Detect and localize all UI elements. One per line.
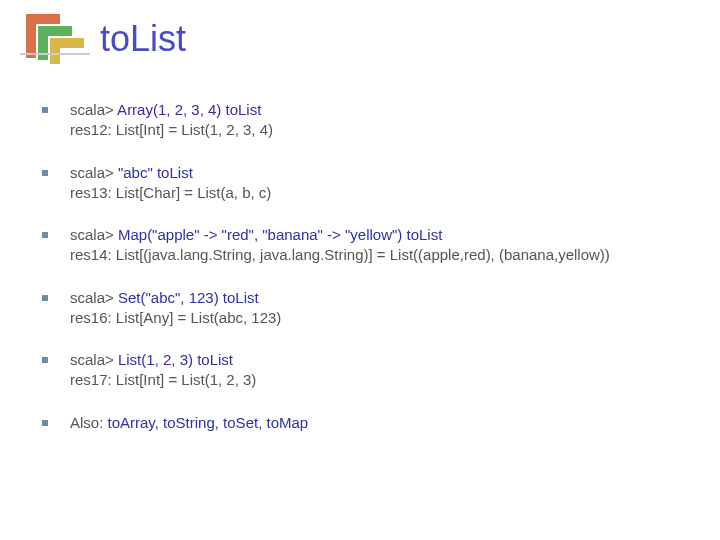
code-expr: Set("abc", 123) toList (118, 289, 259, 306)
repl-output: res16: List[Any] = List(abc, 123) (70, 309, 281, 326)
bullet-icon (42, 170, 48, 176)
repl-prompt: scala> (70, 101, 114, 118)
repl-output: res17: List[Int] = List(1, 2, 3) (70, 371, 256, 388)
bullet-icon (42, 420, 48, 426)
repl-output: res14: List[(java.lang.String, java.lang… (70, 246, 610, 263)
page-title: toList (100, 18, 186, 60)
also-label: Also: (70, 414, 108, 431)
slide: toList scala> Array(1, 2, 3, 4) toList r… (0, 0, 720, 540)
content-region: scala> Array(1, 2, 3, 4) toList res12: L… (42, 100, 680, 455)
svg-rect-3 (38, 36, 48, 60)
list-item: scala> Array(1, 2, 3, 4) toList res12: L… (42, 100, 680, 141)
list-item: scala> List(1, 2, 3) toList res17: List[… (42, 350, 680, 391)
code-expr: List(1, 2, 3) toList (114, 351, 233, 368)
code-expr: Map("apple" -> "red", "banana" -> "yello… (114, 226, 443, 243)
repl-prompt: scala> (70, 351, 114, 368)
list-item: scala> Set("abc", 123) toList res16: Lis… (42, 288, 680, 329)
svg-rect-1 (26, 24, 36, 58)
svg-rect-4 (50, 38, 84, 48)
code-expr: Array(1, 2, 3, 4) toList (114, 101, 262, 118)
svg-rect-2 (38, 26, 72, 36)
code-expr: "abc" toList (118, 164, 193, 181)
decoration-icon (20, 10, 90, 70)
list-item-also: Also: toArray, toString, toSet, toMap (42, 413, 680, 433)
also-methods: toArray, toString, toSet, toMap (108, 414, 309, 431)
repl-prompt: scala> (70, 164, 118, 181)
repl-prompt: scala> (70, 226, 114, 243)
bullet-icon (42, 357, 48, 363)
svg-rect-0 (26, 14, 60, 24)
bullet-icon (42, 232, 48, 238)
repl-output: res13: List[Char] = List(a, b, c) (70, 184, 271, 201)
bullet-icon (42, 107, 48, 113)
bullet-icon (42, 295, 48, 301)
list-item: scala> "abc" toList res13: List[Char] = … (42, 163, 680, 204)
list-item: scala> Map("apple" -> "red", "banana" ->… (42, 225, 680, 266)
repl-prompt: scala> (70, 289, 118, 306)
svg-rect-5 (50, 48, 60, 64)
repl-output: res12: List[Int] = List(1, 2, 3, 4) (70, 121, 273, 138)
